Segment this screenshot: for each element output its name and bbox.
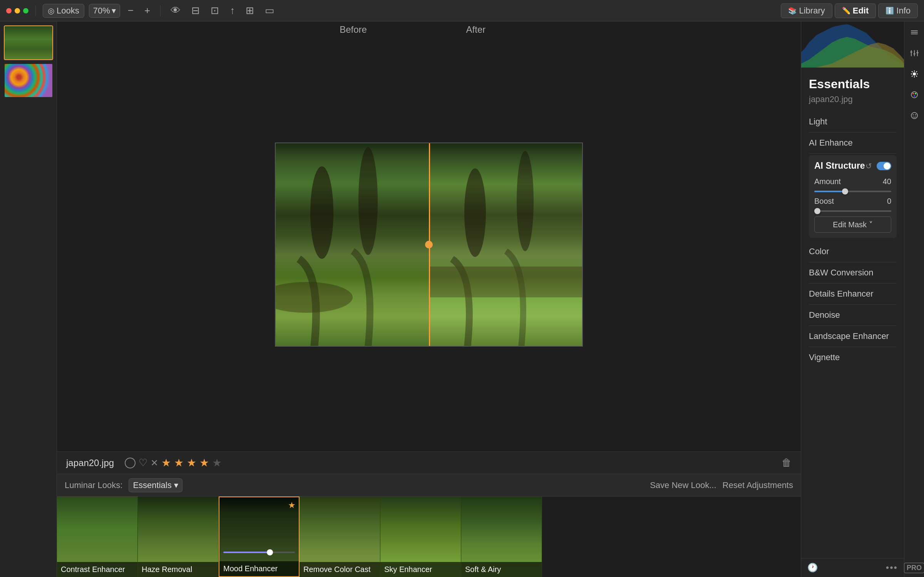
sun-icon-btn[interactable] — [907, 67, 921, 81]
panel-item-color[interactable]: Color — [809, 241, 897, 262]
preset-contrast-enhancer[interactable]: Contrast Enhancer — [57, 496, 138, 577]
amount-slider-thumb[interactable] — [842, 188, 848, 195]
circle-rating-icon[interactable] — [125, 458, 136, 468]
history-icon[interactable]: 🕐 — [807, 563, 818, 573]
zoom-out-button[interactable]: − — [125, 3, 137, 18]
edit-button[interactable]: ✏️ Edit — [835, 3, 876, 18]
minus-icon: − — [128, 5, 134, 17]
minimize-button[interactable] — [15, 8, 20, 13]
preset-remove-color-cast[interactable]: Remove Color Cast — [300, 496, 380, 577]
zoom-control[interactable]: 70% ▾ — [89, 4, 120, 18]
star-5[interactable]: ★ — [212, 456, 222, 469]
grid-button[interactable]: ⊞ — [243, 3, 257, 18]
preset-sky-enhancer[interactable]: Sky Enhancer — [380, 496, 461, 577]
crop-icon: ⊡ — [211, 5, 219, 17]
reject-icon[interactable]: ✕ — [151, 458, 158, 468]
panel-ai-enhance-label: AI Enhance — [809, 138, 853, 148]
right-icons-column: PRO — [904, 22, 924, 577]
svg-point-18 — [913, 72, 916, 75]
preset-haze-removal[interactable]: Haze Removal — [138, 496, 219, 577]
trash-icon[interactable]: 🗑 — [782, 457, 792, 469]
svg-point-4 — [517, 151, 534, 251]
boost-slider-thumb[interactable] — [814, 208, 820, 214]
center-area: Before After — [57, 22, 801, 577]
star-1[interactable]: ★ — [161, 456, 171, 469]
thumbnail-spice[interactable] — [4, 63, 53, 98]
thumbnail-japan20[interactable] — [4, 25, 53, 60]
star-4[interactable]: ★ — [199, 456, 209, 469]
amount-slider-fill — [814, 191, 845, 192]
boost-slider-track[interactable] — [814, 210, 891, 212]
panel-bw-label: B&W Conversion — [809, 268, 874, 278]
preset-soft-airy[interactable]: Soft & Airy — [461, 496, 542, 577]
looks-dropdown-value: Essentials — [133, 480, 171, 490]
export-button[interactable]: ↑ — [227, 3, 238, 18]
right-panel: Essentials japan20.jpg Light AI Enhance … — [801, 22, 904, 577]
single-button[interactable]: ▭ — [262, 3, 278, 18]
svg-rect-11 — [911, 34, 918, 34]
section-title: Essentials — [809, 77, 897, 91]
palette-icon-btn[interactable] — [907, 88, 921, 102]
view-eye-button[interactable]: 👁 — [167, 3, 184, 18]
after-half — [429, 143, 582, 346]
crop-button[interactable]: ⊡ — [208, 3, 222, 18]
panel-item-ai-enhance[interactable]: AI Enhance — [809, 133, 897, 154]
close-button[interactable] — [6, 8, 12, 13]
preset-haze-removal-label: Haze Removal — [138, 562, 218, 577]
right-file-subtitle: japan20.jpg — [809, 94, 897, 104]
panel-item-light[interactable]: Light — [809, 111, 897, 133]
looks-bar-label: Luminar Looks: — [65, 480, 122, 490]
edit-icon: ✏️ — [842, 7, 850, 15]
panel-item-bw[interactable]: B&W Conversion — [809, 262, 897, 283]
preset-mood-enhancer[interactable]: Mood Enhancer ★ — [219, 496, 300, 577]
svg-line-25 — [916, 71, 917, 72]
eye-icon: 👁 — [171, 5, 181, 17]
library-button[interactable]: 📚 Library — [781, 3, 832, 18]
heart-icon[interactable]: ♡ — [139, 457, 147, 469]
file-info-bar: japan20.jpg ♡ ✕ ★ ★ ★ ★ ★ 🗑 — [57, 451, 801, 474]
reset-adjustments-button[interactable]: Reset Adjustments — [723, 480, 793, 490]
compare-button[interactable]: ⊟ — [188, 3, 203, 18]
svg-rect-15 — [910, 52, 912, 52]
panel-item-landscape[interactable]: Landscape Enhancer — [809, 326, 897, 347]
panel-item-denoise[interactable]: Denoise — [809, 305, 897, 326]
panel-item-vignette[interactable]: Vignette — [809, 347, 897, 368]
looks-dropdown[interactable]: Essentials ▾ — [129, 478, 182, 492]
single-icon: ▭ — [265, 5, 275, 17]
maximize-button[interactable] — [23, 8, 28, 13]
pro-badge[interactable]: PRO — [904, 563, 924, 573]
histogram-area — [801, 22, 904, 68]
star-3[interactable]: ★ — [187, 456, 196, 469]
svg-line-26 — [912, 76, 912, 77]
split-handle[interactable] — [425, 241, 433, 248]
face-icon-btn[interactable] — [907, 109, 921, 122]
image-viewer[interactable] — [57, 38, 801, 451]
layers-icon-btn[interactable] — [907, 25, 921, 39]
zoom-value: 70% — [93, 6, 110, 16]
edit-mask-button[interactable]: Edit Mask ˅ — [814, 216, 891, 233]
sliders-icon-btn[interactable] — [907, 46, 921, 60]
nav-group: 📚 Library ✏️ Edit ℹ️ Info — [781, 3, 918, 18]
ai-structure-reset-icon[interactable]: ↺ — [865, 161, 872, 171]
save-new-look-button[interactable]: Save New Look... — [650, 480, 716, 490]
more-icon[interactable]: ••• — [886, 562, 898, 573]
svg-rect-12 — [911, 50, 912, 56]
panel-item-details[interactable]: Details Enhancer — [809, 283, 897, 305]
looks-dropdown-arrow: ▾ — [174, 480, 178, 490]
svg-point-28 — [912, 93, 914, 94]
edit-label: Edit — [853, 6, 869, 16]
amount-value: 40 — [877, 177, 891, 186]
ai-structure-toggle[interactable] — [877, 162, 891, 170]
preset-soft-airy-label: Soft & Airy — [461, 562, 542, 577]
star-2[interactable]: ★ — [174, 456, 184, 469]
looks-button[interactable]: ◎ Looks — [43, 4, 84, 18]
zoom-in-button[interactable]: + — [141, 3, 153, 18]
amount-slider-track[interactable] — [814, 191, 891, 192]
panel-denoise-label: Denoise — [809, 310, 840, 320]
preset-contrast-enhancer-label: Contrast Enhancer — [57, 562, 137, 577]
looks-icon: ◎ — [48, 6, 54, 15]
toggle-knob — [884, 163, 891, 169]
library-label: Library — [799, 6, 825, 16]
info-button[interactable]: ℹ️ Info — [878, 3, 918, 18]
svg-rect-16 — [913, 54, 916, 54]
